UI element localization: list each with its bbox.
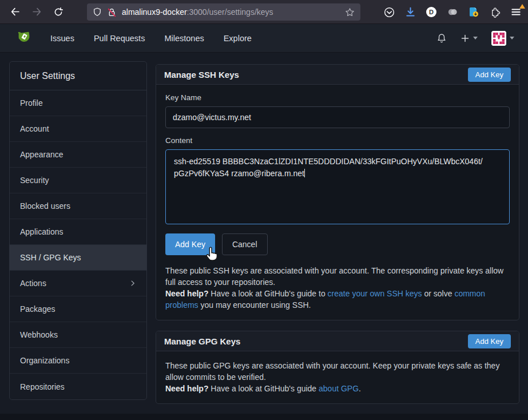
gpg-panel-title: Manage GPG Keys (164, 336, 240, 346)
duckduckgo-extension-icon[interactable]: D (425, 6, 438, 18)
ssh-panel-title: Manage SSH Keys (164, 70, 239, 80)
settings-sidebar: User Settings Profile Account Appearance… (9, 61, 147, 400)
nav-link-explore[interactable]: Explore (224, 34, 252, 43)
content-textarea[interactable]: ssh-ed25519 BBBBC3NzaC1lZDI1NTE5DDDDIDAN… (165, 149, 510, 224)
plus-icon (460, 34, 470, 43)
reload-icon (54, 7, 63, 17)
sidebar-item-account[interactable]: Account (10, 116, 146, 142)
gitea-nav-links: Issues Pull Requests Milestones Explore (50, 34, 252, 43)
gpg-need-help-line: Need help? Have a look at GitHub's guide… (165, 383, 510, 394)
about-gpg-link[interactable]: about GPG (319, 384, 359, 393)
ssh-form-buttons: Add Key Cancel (165, 233, 510, 255)
forward-arrow-icon (32, 7, 42, 17)
sidebar-item-applications[interactable]: Applications (10, 219, 146, 245)
sidebar-item-label: Actions (20, 279, 46, 288)
insecure-lock-icon[interactable] (107, 7, 117, 17)
user-avatar-dropdown[interactable] (491, 31, 514, 46)
url-host: almalinux9-docker (122, 7, 187, 17)
sidebar-item-packages[interactable]: Packages (10, 296, 146, 322)
sidebar-title: User Settings (10, 62, 146, 90)
manage-gpg-keys-panel: Manage GPG Keys Add Key These public GPG… (156, 331, 519, 404)
sidebar-item-repositories[interactable]: Repositories (10, 374, 146, 399)
footer-strip (0, 414, 528, 420)
cancel-button[interactable]: Cancel (222, 233, 268, 255)
ssh-header-add-key-button[interactable]: Add Key (468, 68, 511, 82)
content-line2: pGzPv6fKYaS4 rzamo@ribera.m.net (174, 168, 501, 180)
privacy-extension-icon[interactable] (446, 6, 459, 18)
url-text[interactable]: almalinux9-docker:3000/user/settings/key… (122, 7, 340, 17)
nav-link-issues[interactable]: Issues (50, 34, 74, 43)
sidebar-item-appearance[interactable]: Appearance (10, 142, 146, 168)
browser-forward-button[interactable] (27, 3, 46, 21)
shield-permissions-icon[interactable] (93, 7, 102, 17)
chevron-right-icon (129, 280, 136, 287)
d-badge: D (426, 7, 436, 17)
browser-toolbar: almalinux9-docker:3000/user/settings/key… (0, 0, 528, 24)
sidebar-item-organizations[interactable]: Organizations (10, 348, 146, 374)
url-path: :3000/user/settings/keys (187, 7, 273, 17)
extensions-puzzle-icon[interactable] (489, 6, 501, 18)
bookmark-star-icon[interactable] (345, 7, 355, 17)
gitea-navbar: Issues Pull Requests Milestones Explore (0, 24, 528, 53)
downloads-icon[interactable] (404, 6, 416, 18)
notifications-bell-button[interactable] (436, 33, 447, 43)
text-caret (304, 169, 305, 177)
manage-ssh-keys-panel: Manage SSH Keys Add Key Key Name Content… (156, 64, 519, 320)
sidebar-item-profile[interactable]: Profile (10, 90, 146, 116)
sidebar-item-ssh-gpg-keys[interactable]: SSH / GPG Keys (10, 245, 146, 271)
content-line1: ssh-ed25519 BBBBC3NzaC1lZDI1NTE5DDDDIDAN… (174, 156, 501, 168)
key-name-input[interactable] (165, 106, 510, 128)
gitea-logo[interactable] (15, 29, 33, 47)
key-name-label: Key Name (165, 93, 510, 102)
back-arrow-icon (10, 7, 20, 17)
ssh-panel-body: Key Name Content ssh-ed25519 BBBBC3NzaC1… (156, 85, 519, 320)
translate-document-extension-icon[interactable] (467, 6, 480, 18)
ssh-need-help-line: Need help? Have a look at GitHub's guide… (165, 288, 510, 311)
extension-toolbar: D (383, 0, 522, 24)
gpg-info-line: These public GPG keys are associated wit… (165, 360, 510, 383)
ssh-panel-header: Manage SSH Keys Add Key (156, 65, 519, 85)
menu-hamburger-icon[interactable] (510, 6, 522, 18)
sidebar-item-blocked-users[interactable]: Blocked users (10, 193, 146, 219)
gpg-help-text: These public GPG keys are associated wit… (165, 360, 510, 394)
pocket-icon[interactable] (383, 6, 395, 18)
gpg-header-add-key-button[interactable]: Add Key (468, 334, 511, 348)
add-key-submit-button[interactable]: Add Key (165, 233, 215, 255)
chevron-down-icon (473, 37, 478, 39)
browser-reload-button[interactable] (49, 3, 68, 21)
ssh-help-text: These public SSH keys are associated wit… (165, 265, 510, 311)
url-bar[interactable]: almalinux9-docker:3000/user/settings/key… (87, 3, 360, 21)
bell-icon (436, 33, 447, 43)
ssh-info-line: These public SSH keys are associated wit… (165, 265, 510, 288)
nav-link-milestones[interactable]: Milestones (164, 34, 204, 43)
navbar-right-cluster (436, 31, 514, 46)
nav-link-pull-requests[interactable]: Pull Requests (94, 34, 145, 43)
browser-back-button[interactable] (6, 3, 24, 21)
content-label: Content (165, 136, 510, 145)
ssh-guide-link[interactable]: create your own SSH keys (328, 289, 422, 298)
update-warning-badge (519, 4, 525, 9)
create-new-dropdown[interactable] (460, 34, 478, 43)
avatar (491, 31, 506, 46)
sidebar-item-webhooks[interactable]: Webhooks (10, 322, 146, 348)
sidebar-item-security[interactable]: Security (10, 168, 146, 193)
chevron-down-icon (510, 37, 514, 39)
gpg-panel-body: These public GPG keys are associated wit… (156, 351, 519, 403)
sidebar-item-actions[interactable]: Actions (10, 271, 146, 296)
gpg-panel-header: Manage GPG Keys Add Key (156, 331, 519, 351)
